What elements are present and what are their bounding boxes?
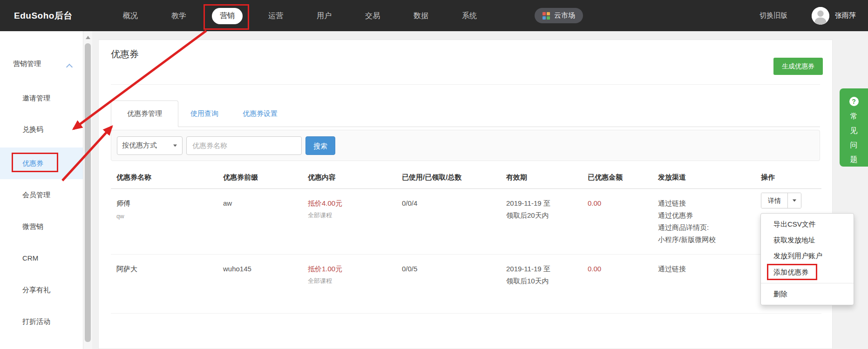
sidebar-scrollbar — [83, 31, 92, 349]
sidebar: 营销管理 邀请管理 兑换码 优惠券 会员管理 微营销 CRM 分享有礼 打折活动 — [0, 31, 83, 349]
user-silhouette-icon — [812, 7, 829, 25]
faq-side-tab[interactable]: ? 常见问题 — [840, 88, 868, 167]
sidebar-item-coupon[interactable]: 优惠券 — [0, 148, 83, 179]
coupon-content: 抵价4.00元 — [308, 197, 396, 209]
channel-line: 通过商品详情页: — [658, 221, 755, 234]
nav-active-pill: 营销 — [212, 8, 243, 24]
tab-coupon-settings[interactable]: 优惠券设置 — [231, 101, 290, 127]
channel-line: 通过链接 — [658, 263, 755, 275]
menu-divider — [761, 283, 854, 283]
coupon-subname: qw — [116, 212, 217, 221]
coupon-name-input[interactable] — [186, 136, 302, 155]
coupon-tabs: 优惠券管理 使用查询 优惠券设置 — [111, 101, 820, 127]
question-circle-icon: ? — [849, 97, 859, 106]
menu-item-export-csv[interactable]: 导出CSV文件 — [761, 216, 854, 232]
sidebar-item-redeem-code[interactable]: 兑换码 — [0, 114, 83, 145]
col-header-amount: 已优惠金额 — [582, 166, 652, 189]
col-header-content: 优惠内容 — [302, 166, 396, 189]
sidebar-item-crm[interactable]: CRM — [0, 242, 83, 274]
table-row: 师傅 qw aw 抵价4.00元 全部课程 0/0/4 2019-11-19 至… — [111, 189, 821, 255]
detail-split-button[interactable]: 详情 — [761, 193, 801, 208]
coupon-content: 抵价1.00元 — [308, 263, 396, 275]
menu-item-get-address[interactable]: 获取发放地址 — [761, 232, 854, 248]
coupon-table: 优惠券名称 优惠券前缀 优惠内容 已使用/已领取/总数 有效期 已优惠金额 发放… — [111, 166, 820, 314]
col-header-prefix: 优惠券前缀 — [217, 166, 302, 189]
generate-coupon-button[interactable]: 生成优惠券 — [773, 58, 823, 75]
page-title: 优惠券 — [111, 48, 139, 60]
sidebar-item-wechat-marketing[interactable]: 微营销 — [0, 211, 83, 242]
filter-bar: 按优惠方式 搜索 — [111, 130, 820, 161]
coupon-name: 阿萨大 — [116, 263, 217, 275]
coupon-scope: 全部课程 — [308, 277, 396, 285]
menu-item-delete[interactable]: 删除 — [761, 286, 854, 302]
discount-type-select[interactable]: 按优惠方式 — [117, 136, 183, 155]
coupon-usage: 0/0/5 — [402, 265, 417, 273]
top-navbar: EduSoho后台 概况 教学 营销 运营 用户 交易 数据 系统 云市场 切换… — [0, 0, 868, 31]
channel-line: 小程序/新版微网校 — [658, 234, 755, 246]
navbar-right: 切换旧版 张雨萍 — [760, 0, 856, 31]
discount-amount: 0.00 — [588, 265, 601, 273]
nav-item-trade[interactable]: 交易 — [348, 0, 397, 31]
col-header-validity: 有效期 — [501, 166, 582, 189]
detail-dropdown-toggle[interactable] — [787, 193, 801, 208]
sidebar-item-share-gift[interactable]: 分享有礼 — [0, 274, 83, 306]
coupon-prefix: aw — [223, 199, 232, 207]
validity-line: 领取后20天内 — [506, 209, 582, 221]
chevron-up-icon[interactable] — [66, 64, 73, 70]
channel-line: 通过优惠券 — [658, 209, 755, 221]
annotation-box-add-coupon: 添加优惠券 — [767, 264, 817, 280]
title-divider — [111, 84, 820, 85]
nav-item-users[interactable]: 用户 — [300, 0, 348, 31]
validity-line: 2019-11-19 至 — [506, 263, 582, 275]
menu-item-add-coupon[interactable]: 添加优惠券 — [761, 264, 854, 280]
nav-item-marketing[interactable]: 营销 — [203, 0, 251, 31]
table-row: 阿萨大 wuho145 抵价1.00元 全部课程 0/0/5 2019-11-1… — [111, 255, 821, 314]
menu-item-send-to-users[interactable]: 发放到用户账户 — [761, 248, 854, 264]
sidebar-item-membership[interactable]: 会员管理 — [0, 179, 83, 211]
validity-line: 2019-11-19 至 — [506, 197, 582, 209]
coupon-page-card: 优惠券 生成优惠券 优惠券管理 使用查询 优惠券设置 按优惠方式 搜索 优惠券名… — [98, 40, 833, 349]
caret-down-icon — [793, 200, 796, 202]
tab-usage-query[interactable]: 使用查询 — [178, 101, 231, 127]
nav-item-teaching[interactable]: 教学 — [155, 0, 203, 31]
col-header-channel: 发放渠道 — [652, 166, 755, 189]
nav-item-operation[interactable]: 运营 — [251, 0, 300, 31]
coupon-usage: 0/0/4 — [402, 199, 417, 207]
search-button[interactable]: 搜索 — [305, 136, 335, 155]
validity-line: 领取后10天内 — [506, 275, 582, 287]
col-header-name: 优惠券名称 — [111, 166, 217, 189]
username-label[interactable]: 张雨萍 — [835, 11, 856, 20]
coupon-scope: 全部课程 — [308, 211, 396, 220]
coupon-name: 师傅 — [116, 197, 217, 209]
discount-amount: 0.00 — [588, 199, 601, 207]
nav-item-data[interactable]: 数据 — [397, 0, 445, 31]
triangle-up-icon[interactable] — [86, 36, 90, 39]
cloud-market-button[interactable]: 云市场 — [535, 8, 583, 23]
user-avatar[interactable] — [812, 7, 829, 25]
main-nav: 概况 教学 营销 运营 用户 交易 数据 系统 — [106, 0, 494, 31]
channel-line: 通过链接 — [658, 197, 755, 209]
sidebar-item-discount[interactable]: 打折活动 — [0, 306, 83, 337]
col-header-usage: 已使用/已领取/总数 — [396, 166, 501, 189]
color-grid-icon — [542, 12, 550, 20]
brand-logo[interactable]: EduSoho后台 — [14, 0, 73, 31]
scrollbar-thumb[interactable] — [85, 43, 91, 342]
detail-dropdown-menu: 导出CSV文件 获取发放地址 发放到用户账户 添加优惠券 删除 — [760, 213, 854, 305]
faq-label: 常见问题 — [850, 109, 858, 167]
switch-old-version-link[interactable]: 切换旧版 — [760, 11, 787, 20]
sidebar-group-marketing[interactable]: 营销管理 — [13, 60, 41, 68]
nav-item-overview[interactable]: 概况 — [106, 0, 155, 31]
detail-button-label: 详情 — [761, 193, 787, 208]
sidebar-item-invite[interactable]: 邀请管理 — [0, 82, 83, 114]
tab-coupon-manage[interactable]: 优惠券管理 — [111, 101, 178, 127]
coupon-prefix: wuho145 — [223, 265, 251, 273]
nav-item-system[interactable]: 系统 — [445, 0, 494, 31]
col-header-action: 操作 — [755, 166, 821, 189]
table-header-row: 优惠券名称 优惠券前缀 优惠内容 已使用/已领取/总数 有效期 已优惠金额 发放… — [111, 166, 821, 189]
caret-down-icon — [173, 144, 177, 147]
